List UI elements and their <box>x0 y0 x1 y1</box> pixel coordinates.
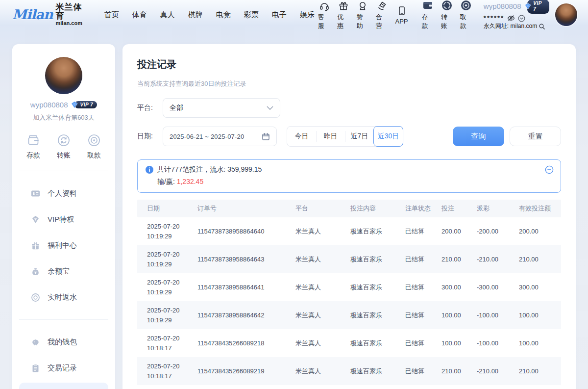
nav-item-cards[interactable]: 棋牌 <box>188 10 203 20</box>
sidebar-avatar[interactable] <box>45 57 82 94</box>
app-link[interactable]: APP <box>395 4 408 25</box>
piggy-icon <box>31 337 40 347</box>
withdraw-label: 取款 <box>460 13 472 30</box>
cell-date: 2025-07-2010:18:17 <box>137 329 194 357</box>
cell-status: 已结算 <box>401 329 438 357</box>
sidebar-deposit-button[interactable]: 存款 <box>26 133 41 160</box>
promo-label: 优惠 <box>337 13 349 30</box>
phone-icon <box>396 4 407 16</box>
handshake-icon <box>377 0 388 11</box>
vip-gem-icon <box>524 2 532 10</box>
magnifier-icon[interactable] <box>539 23 545 30</box>
winloss-label: 输/赢: <box>157 178 177 185</box>
range-today-button[interactable]: 今日 <box>287 127 316 146</box>
cell-bet: 300.00 <box>438 273 473 301</box>
sidebar-item-wallet[interactable]: 我的钱包 <box>19 331 108 353</box>
sidebar-item-profile[interactable]: 个人资料 <box>19 182 108 205</box>
date-range-input[interactable]: 2025-06-21 ~ 2025-07-20 <box>163 127 277 146</box>
platform-select[interactable]: 全部 <box>163 98 280 118</box>
sidebar-item-bet-records[interactable]: 投注记录 <box>19 383 108 389</box>
sidebar-deposit-label: 存款 <box>26 151 40 160</box>
date-quick-ranges: 今日 昨日 近7日 近30日 <box>287 126 403 147</box>
reset-button[interactable]: 重置 <box>510 127 561 146</box>
cell-order: 1154738738958864643 <box>194 245 292 273</box>
cell-bet: 210.00 <box>438 245 473 273</box>
sidebar-item-label: 我的钱包 <box>48 337 77 347</box>
main-nav: 首页 体育 真人 棋牌 电竞 彩票 电子 娱乐 <box>104 10 315 20</box>
cell-status: 已结算 <box>401 301 438 329</box>
page-title: 投注记录 <box>137 58 561 71</box>
sponsor-link[interactable]: 赞助 <box>357 0 369 30</box>
winloss-value: 1,232.45 <box>177 178 204 185</box>
top-bar: Milan 米兰体育 milan.com 首页 体育 真人 棋牌 电竞 彩票 电… <box>0 0 588 29</box>
chevron-circle-icon[interactable] <box>518 15 525 22</box>
query-button[interactable]: 查询 <box>453 127 504 146</box>
collapse-summary-icon[interactable] <box>545 165 554 174</box>
cell-content: 极速百家乐 <box>346 329 401 357</box>
sidebar-item-label: 交易记录 <box>48 363 77 373</box>
cell-order: 1154738738958864641 <box>194 273 292 301</box>
sidebar-withdraw-button[interactable]: 取款 <box>87 133 101 160</box>
promo-link[interactable]: 优惠 <box>337 0 349 30</box>
avatar[interactable] <box>555 3 577 26</box>
range-30days-button[interactable]: 近30日 <box>373 126 403 147</box>
sidebar-item-transactions[interactable]: 交易记录 <box>19 357 108 379</box>
col-date: 日期 <box>137 200 194 217</box>
deposit-link[interactable]: 存款 <box>422 0 434 30</box>
cell-payout: -200.00 <box>473 217 515 245</box>
sidebar-item-welfare[interactable]: 福利中心 <box>19 234 108 257</box>
nav-item-esports[interactable]: 电竞 <box>216 10 231 20</box>
transfer-link[interactable]: 转账 <box>441 0 453 30</box>
table-row: 2025-07-2010:18:171154738435266089218米兰真… <box>137 329 561 357</box>
cell-valid: 210.00 <box>515 357 561 385</box>
wallet-links: 存款 转账 取款 <box>418 0 476 30</box>
sidebar-item-vip[interactable]: VIP特权 <box>19 208 108 231</box>
cell-content: 极速百家乐 <box>346 357 401 385</box>
summary-box: 共计777笔投注，流水: 359,999.15 输/赢: 1,232.45 <box>137 159 561 193</box>
col-valid: 有效投注额 <box>515 200 561 217</box>
divider <box>19 171 108 171</box>
logo-cn-text: 米兰体育 <box>56 3 90 21</box>
col-bet: 投注 <box>438 200 473 217</box>
info-icon <box>146 166 153 174</box>
cell-valid: 100.00 <box>515 301 561 329</box>
sidebar-item-rebate[interactable]: 实时返水 <box>19 286 108 309</box>
username: wyp080808 <box>484 2 521 11</box>
service-link[interactable]: 客服 <box>318 0 330 30</box>
platform-selected-value: 全部 <box>170 104 183 112</box>
sidebar-item-yuebao[interactable]: 余额宝 <box>19 260 108 283</box>
nav-item-lottery[interactable]: 彩票 <box>244 10 259 20</box>
cell-date: 2025-07-2010:19:29 <box>137 245 194 273</box>
id-card-icon <box>31 189 40 198</box>
date-label: 日期: <box>137 132 163 141</box>
transfer-icon <box>441 0 453 11</box>
platform-filter-row: 平台: 全部 <box>137 98 561 118</box>
divider <box>19 319 108 320</box>
sidebar-transfer-button[interactable]: 转账 <box>56 133 71 160</box>
eye-off-icon[interactable] <box>507 15 515 22</box>
nav-item-live[interactable]: 真人 <box>160 10 175 20</box>
partner-link[interactable]: 合营 <box>376 0 388 30</box>
nav-item-home[interactable]: 首页 <box>104 10 119 20</box>
transfer-label: 转账 <box>441 13 453 30</box>
withdraw-link[interactable]: 取款 <box>460 0 472 30</box>
nav-item-sports[interactable]: 体育 <box>132 10 147 20</box>
site-logo[interactable]: Milan 米兰体育 milan.com <box>12 3 90 26</box>
range-yesterday-button[interactable]: 昨日 <box>316 127 345 146</box>
sidebar-item-label: VIP特权 <box>48 215 74 224</box>
gift-icon <box>338 0 349 11</box>
chevron-down-icon <box>267 106 273 110</box>
transfer-icon <box>56 133 71 148</box>
table-row: 2025-07-2010:19:291154738738958864640米兰真… <box>137 217 561 245</box>
cell-platform: 米兰真人 <box>292 357 346 385</box>
nav-item-entertainment[interactable]: 娱乐 <box>300 10 315 20</box>
vip-gem-icon <box>70 101 79 109</box>
range-7days-button[interactable]: 近7日 <box>345 127 374 146</box>
cell-order: 1154738738958864640 <box>194 217 292 245</box>
col-payout: 派彩 <box>473 200 515 217</box>
withdraw-icon <box>87 133 101 148</box>
platform-label: 平台: <box>137 104 163 112</box>
cell-content: 极速百家乐 <box>346 217 401 245</box>
col-platform: 平台 <box>292 200 346 217</box>
nav-item-slots[interactable]: 电子 <box>272 10 287 20</box>
